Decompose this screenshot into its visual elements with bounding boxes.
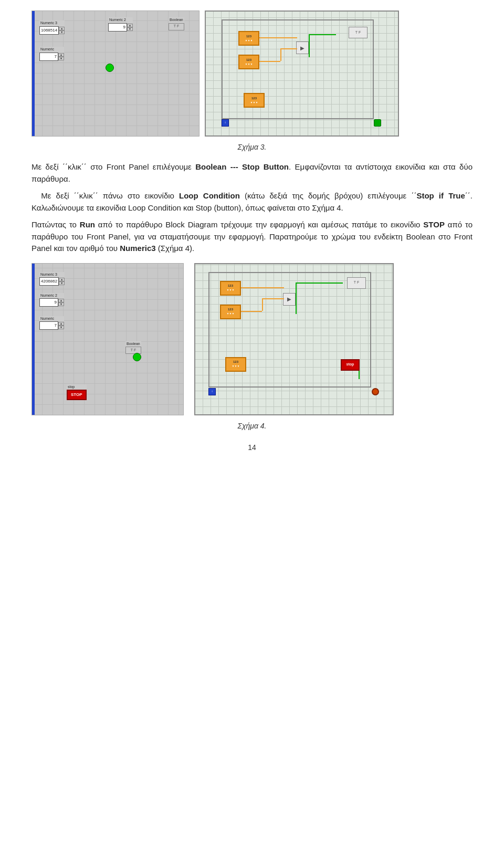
bold-stop: STOP bbox=[423, 220, 445, 229]
figure-bottom-left: Numeric 3 4206862 ▲ ▼ Numeric 2 9 ▲ ▼ bbox=[32, 263, 184, 415]
bottom-figures: Numeric 3 4206862 ▲ ▼ Numeric 2 9 ▲ ▼ bbox=[32, 263, 472, 415]
numeric-label-top: Numeric bbox=[39, 47, 64, 53]
bold-run: Run bbox=[80, 220, 95, 229]
page: Numeric 3 1068514 ▲ ▼ Numeric 2 9 ▲ ▼ bbox=[0, 0, 504, 474]
boolean-block-bottom: T F bbox=[347, 277, 366, 289]
paragraph-3: Πατώντας το Run από το παράθυρο Block Di… bbox=[32, 219, 472, 255]
numeric3-block-bottom: 123 ▼▼▼ bbox=[225, 357, 246, 372]
numeric3-block-top: 123 ▼▼▼ bbox=[244, 93, 265, 108]
numeric-block-bottom: 123 ▼▼▼ bbox=[220, 305, 241, 319]
numeric2-up-bottom[interactable]: ▲ bbox=[58, 299, 64, 302]
loop-condition-terminal-bottom bbox=[372, 388, 379, 395]
numeric2-label-bottom: Numeric 2 bbox=[39, 293, 64, 299]
numeric-value-top: 7 bbox=[39, 53, 58, 61]
boolean-indicator-bottom bbox=[133, 353, 141, 361]
paragraph-2: Με δεξί ΄΄κλικ΄΄ πάνω στο εικονίδιο Loop… bbox=[32, 190, 472, 214]
text-section: Με δεξί ΄΄κλικ΄΄ στο Front Panel επιλέγο… bbox=[32, 161, 472, 255]
stop-button[interactable]: STOP bbox=[67, 390, 87, 400]
numeric3-value-bottom: 4206862 bbox=[39, 277, 59, 286]
numeric3-down[interactable]: ▼ bbox=[59, 30, 65, 34]
numeric2-value-bottom: 9 bbox=[39, 298, 58, 307]
boolean-block-top: T F bbox=[349, 27, 368, 38]
figure-top-left: Numeric 3 1068514 ▲ ▼ Numeric 2 9 ▲ ▼ bbox=[32, 11, 200, 137]
numeric2-block-top: 123 ▼▼▼ bbox=[238, 31, 259, 46]
stop-container: stop STOP bbox=[67, 384, 87, 401]
numeric3-label-bottom: Numeric 3 bbox=[39, 272, 65, 278]
numeric-up-bottom[interactable]: ▲ bbox=[58, 322, 64, 326]
compare-block-top: ▶ bbox=[296, 41, 309, 54]
figure-bottom-right: 123 ▼▼▼ 123 ▼▼▼ ▶ bbox=[194, 263, 394, 415]
stop-label: stop bbox=[67, 384, 87, 390]
figure-top-right: 123 ▼▼▼ 123 ▼▼▼ ▶ bbox=[205, 11, 399, 137]
compare-block-bottom: ▶ bbox=[283, 293, 296, 306]
bottom-caption: Σχήμα 4. bbox=[32, 421, 472, 432]
numeric-down[interactable]: ▼ bbox=[58, 57, 64, 60]
boolean-indicator-top bbox=[106, 64, 114, 72]
page-number: 14 bbox=[32, 442, 472, 453]
boolean-label-top: Boolean bbox=[169, 17, 184, 23]
numeric2-up[interactable]: ▲ bbox=[127, 24, 133, 27]
numeric-down-bottom[interactable]: ▼ bbox=[58, 326, 64, 329]
paragraph-1: Με δεξί ΄΄κλικ΄΄ στο Front Panel επιλέγο… bbox=[32, 161, 472, 185]
numeric2-down[interactable]: ▼ bbox=[127, 27, 133, 31]
numeric3-down-bottom[interactable]: ▼ bbox=[59, 281, 65, 285]
bold-stop-if-true: Stop if True bbox=[416, 191, 465, 200]
top-caption: Σχήμα 3. bbox=[32, 142, 472, 153]
numeric-up[interactable]: ▲ bbox=[58, 53, 64, 57]
numeric-label-bottom: Numeric bbox=[39, 316, 64, 322]
bold-numeric3: Numeric3 bbox=[120, 244, 155, 253]
numeric3-up[interactable]: ▲ bbox=[59, 27, 65, 30]
bold-boolean-stop: Boolean --- Stop Button bbox=[195, 162, 289, 171]
iteration-terminal-top: i bbox=[222, 119, 229, 127]
bold-loop-condition: Loop Condition bbox=[179, 191, 240, 200]
numeric2-label-top: Numeric 2 bbox=[108, 17, 133, 23]
numeric-block-top: 123 ▼▼▼ bbox=[238, 55, 259, 69]
top-figures: Numeric 3 1068514 ▲ ▼ Numeric 2 9 ▲ ▼ bbox=[32, 11, 472, 137]
numeric-value-bottom: 7 bbox=[39, 321, 58, 330]
numeric3-label-top: Numeric 3 bbox=[39, 20, 65, 26]
numeric3-up-bottom[interactable]: ▲ bbox=[59, 278, 65, 281]
numeric3-value-top: 1068514 bbox=[39, 26, 59, 35]
loop-condition-terminal-top bbox=[374, 119, 381, 127]
iteration-terminal-bottom: i bbox=[208, 388, 216, 395]
numeric2-block-bottom: 123 ▼▼▼ bbox=[220, 281, 241, 296]
numeric2-value-top: 9 bbox=[108, 23, 127, 32]
stop-block-diagram: stop bbox=[341, 359, 360, 371]
numeric2-down-bottom[interactable]: ▼ bbox=[58, 302, 64, 306]
boolean-label-bottom: Boolean bbox=[125, 341, 141, 347]
